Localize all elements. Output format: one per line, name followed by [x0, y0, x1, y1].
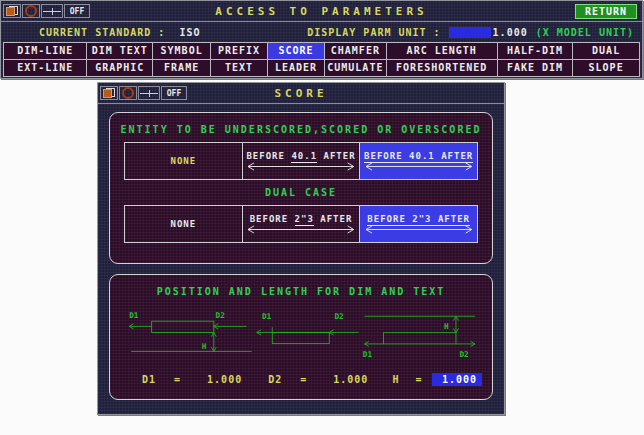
- menu-item-leader[interactable]: LEADER: [268, 60, 324, 76]
- dual-option-score-value-only[interactable]: BEFORE 2"3 AFTER: [243, 206, 361, 242]
- display-parm-unit-field[interactable]: 1.000: [449, 26, 528, 38]
- double-arrow-icon: [246, 225, 356, 234]
- d2-label: D2: [268, 374, 282, 385]
- svg-text:H: H: [443, 322, 448, 331]
- dual-case-option-row: NONE BEFORE 2"3 AFTER BEFORE 2"3 AFTER: [124, 205, 478, 243]
- line-icon-shape: [43, 11, 61, 12]
- menu-item-arc-length[interactable]: ARC LENGTH: [387, 43, 497, 59]
- menu-item-text[interactable]: TEXT: [211, 60, 267, 76]
- dual-score-value: 2"3: [412, 214, 431, 224]
- window-icon[interactable]: [100, 86, 118, 100]
- circle-icon-shape: [122, 87, 134, 99]
- return-button[interactable]: RETURN: [575, 4, 637, 19]
- line-icon-shape: [140, 93, 158, 94]
- dimension-values-row: D1 = 1.000 D2 = 1.000 H = 1.000: [118, 370, 484, 388]
- d1-label: D1: [142, 374, 156, 385]
- after-label: AFTER: [438, 214, 470, 224]
- h-label: H: [392, 374, 399, 385]
- svg-text:D2: D2: [216, 311, 226, 320]
- score-titlebar: OFF SCORE: [98, 83, 504, 104]
- svg-text:D2: D2: [459, 350, 469, 359]
- model-unit-suffix: (X MODEL UNIT): [536, 27, 634, 38]
- window-icon-front-square: [6, 7, 15, 16]
- dual-option-score-full-text-selected[interactable]: BEFORE 2"3 AFTER: [360, 206, 477, 242]
- unit-field-highlight: [449, 27, 491, 38]
- svg-text:D1: D1: [362, 350, 372, 359]
- menu-item-dim-text[interactable]: DIM TEXT: [87, 43, 152, 59]
- option-score-full-text-selected[interactable]: BEFORE 40.1 AFTER: [360, 143, 477, 179]
- d1-value[interactable]: 1.000: [207, 374, 242, 385]
- before-label: BEFORE: [364, 151, 403, 161]
- menu-item-chamfer[interactable]: CHAMFER: [325, 43, 386, 59]
- equals-sign: =: [174, 374, 181, 385]
- after-label: AFTER: [320, 214, 352, 224]
- double-arrow-icon: [246, 162, 356, 171]
- diagram-text-above-line: D1 D2 H: [124, 304, 255, 366]
- menu-item-fake-dim[interactable]: FAKE DIM: [498, 60, 573, 76]
- window-icon-front-square: [103, 89, 112, 98]
- window-controls: OFF: [3, 3, 90, 19]
- entity-section: ENTITY TO BE UNDERSCORED,SCORED OR OVERS…: [109, 112, 493, 264]
- before-label: BEFORE: [367, 214, 406, 224]
- line-toggle-icon[interactable]: [138, 86, 160, 100]
- window-icon[interactable]: [3, 4, 21, 18]
- off-button[interactable]: OFF: [161, 86, 187, 100]
- circle-icon-shape: [25, 5, 37, 17]
- menu-item-slope[interactable]: SLOPE: [573, 60, 639, 76]
- menu-item-graphic[interactable]: GRAPHIC: [87, 60, 152, 76]
- menu-item-ext-line[interactable]: EXT-LINE: [4, 60, 86, 76]
- parameters-titlebar: OFF ACCESS TO PARAMETERS RETURN: [1, 1, 642, 22]
- dual-case-heading: DUAL CASE: [118, 180, 484, 205]
- before-label: BEFORE: [250, 214, 289, 224]
- svg-text:D1: D1: [262, 312, 272, 321]
- diagram-text-below-line: H D1 D2: [361, 304, 478, 370]
- d2-value[interactable]: 1.000: [333, 374, 368, 385]
- score-option-row: NONE BEFORE 40.1 AFTER BEFORE 40.1 AFTER: [124, 142, 478, 180]
- position-section: POSITION AND LENGTH FOR DIM AND TEXT D1 …: [109, 274, 493, 400]
- dual-option-none-label: NONE: [170, 219, 196, 229]
- circle-icon[interactable]: [22, 4, 40, 18]
- menu-item-cumulate[interactable]: CUMULATE: [325, 60, 386, 76]
- double-arrow-icon: [364, 162, 474, 171]
- after-label: AFTER: [441, 151, 473, 161]
- equals-sign: =: [300, 374, 307, 385]
- menu-item-half-dim[interactable]: HALF-DIM: [498, 43, 573, 59]
- menu-item-score[interactable]: SCORE: [268, 43, 324, 59]
- circle-icon[interactable]: [119, 86, 137, 100]
- menu-item-foreshortened[interactable]: FORESHORTENED: [387, 60, 497, 76]
- parameters-menu: DIM-LINE DIM TEXT SYMBOL PREFIX SCORE CH…: [3, 42, 640, 77]
- before-label: BEFORE: [246, 151, 285, 161]
- h-value: 1.000: [442, 374, 477, 385]
- svg-text:H: H: [202, 342, 207, 351]
- display-parm-unit-label: DISPLAY PARM UNIT :: [307, 27, 440, 38]
- off-label: OFF: [167, 89, 181, 98]
- menu-item-dual[interactable]: DUAL: [573, 43, 639, 59]
- current-standard-value[interactable]: ISO: [179, 27, 200, 38]
- option-none[interactable]: NONE: [125, 143, 243, 179]
- h-value-field[interactable]: 1.000: [432, 373, 482, 386]
- svg-text:D2: D2: [335, 312, 345, 321]
- score-window: OFF SCORE ENTITY TO BE UNDERSCORED,SCORE…: [97, 82, 505, 415]
- current-standard-label: CURRENT STANDARD :: [39, 27, 165, 38]
- diagram-text-under-line: D1 D2: [255, 304, 360, 366]
- standard-unit-row: CURRENT STANDARD : ISO DISPLAY PARM UNIT…: [1, 22, 642, 42]
- after-label: AFTER: [323, 151, 355, 161]
- option-none-label: NONE: [170, 156, 196, 166]
- menu-item-symbol[interactable]: SYMBOL: [153, 43, 210, 59]
- page-title: ACCESS TO PARAMETERS: [1, 5, 642, 18]
- menu-item-frame[interactable]: FRAME: [153, 60, 210, 76]
- dual-option-none[interactable]: NONE: [125, 206, 243, 242]
- unit-field-value: 1.000: [493, 27, 528, 38]
- off-button[interactable]: OFF: [64, 4, 90, 18]
- equals-sign: =: [415, 374, 422, 385]
- entity-heading: ENTITY TO BE UNDERSCORED,SCORED OR OVERS…: [118, 119, 484, 142]
- line-toggle-icon[interactable]: [41, 4, 63, 18]
- svg-text:D1: D1: [129, 311, 139, 320]
- position-diagrams: D1 D2 H D1 D2: [118, 304, 484, 370]
- option-score-value-only[interactable]: BEFORE 40.1 AFTER: [243, 143, 361, 179]
- access-to-parameters-window: OFF ACCESS TO PARAMETERS RETURN CURRENT …: [0, 0, 643, 79]
- score-value: 40.1: [409, 151, 435, 161]
- menu-item-dim-line[interactable]: DIM-LINE: [4, 43, 86, 59]
- position-heading: POSITION AND LENGTH FOR DIM AND TEXT: [118, 281, 484, 304]
- menu-item-prefix[interactable]: PREFIX: [211, 43, 267, 59]
